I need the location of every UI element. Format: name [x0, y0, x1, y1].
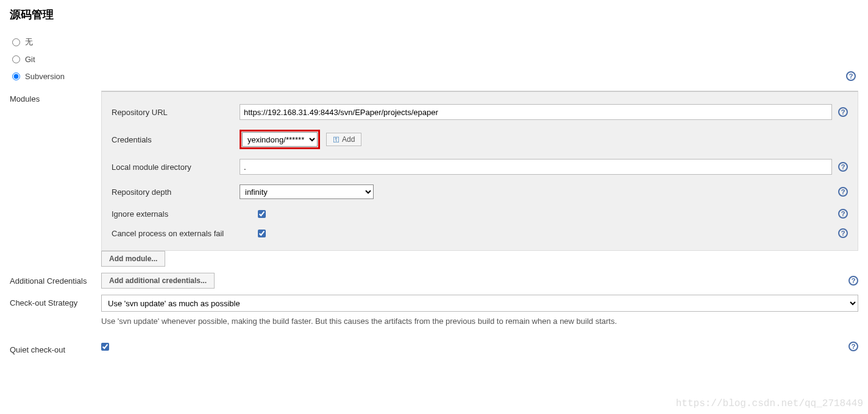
credentials-highlight: yexindong/****** — [240, 130, 320, 149]
add-module-button[interactable]: Add module... — [101, 251, 165, 267]
repository-url-input[interactable] — [240, 104, 832, 120]
scm-radio-group: 无 Git Subversion ? — [10, 33, 858, 85]
scm-label-none: 无 — [25, 37, 33, 47]
cancel-externals-fail-checkbox[interactable] — [258, 230, 266, 237]
credentials-select[interactable]: yexindong/****** — [242, 132, 318, 147]
checkout-strategy-description: Use 'svn update' whenever possible, maki… — [101, 312, 858, 335]
scm-radio-none[interactable] — [12, 38, 20, 46]
help-icon[interactable]: ? — [846, 71, 856, 81]
key-icon: ⚿ — [333, 136, 340, 143]
add-credentials-button[interactable]: ⚿ Add — [326, 133, 361, 146]
quiet-checkout-checkbox[interactable] — [101, 343, 109, 351]
scm-radio-git[interactable] — [12, 55, 20, 63]
help-icon[interactable]: ? — [838, 187, 848, 197]
help-icon[interactable]: ? — [838, 107, 848, 117]
local-module-dir-label: Local module directory — [112, 163, 240, 172]
section-title: 源码管理 — [10, 7, 858, 22]
local-module-dir-input[interactable] — [240, 159, 832, 175]
cancel-externals-fail-label: Cancel process on externals fail — [112, 229, 240, 238]
add-additional-credentials-button[interactable]: Add additional credentials... — [101, 273, 215, 289]
scm-label-git: Git — [25, 55, 35, 64]
help-icon[interactable]: ? — [848, 276, 858, 286]
modules-panel: Repository URL ? Credentials yexindong/*… — [101, 91, 858, 251]
help-icon[interactable]: ? — [838, 228, 848, 238]
help-icon[interactable]: ? — [838, 209, 848, 219]
checkout-strategy-label: Check-out Strategy — [10, 295, 101, 307]
ignore-externals-checkbox[interactable] — [258, 210, 266, 218]
modules-label: Modules — [10, 91, 101, 103]
credentials-label: Credentials — [112, 135, 240, 144]
repository-depth-label: Repository depth — [112, 188, 240, 197]
scm-radio-subversion[interactable] — [12, 72, 20, 80]
additional-credentials-label: Additional Credentials — [10, 273, 101, 286]
scm-label-subversion: Subversion — [25, 72, 65, 81]
help-icon[interactable]: ? — [848, 342, 858, 351]
repository-depth-select[interactable]: infinity — [240, 184, 374, 199]
ignore-externals-label: Ignore externals — [112, 209, 240, 219]
quiet-checkout-label: Quiet check-out — [10, 342, 101, 354]
help-icon[interactable]: ? — [838, 162, 848, 172]
repository-url-label: Repository URL — [112, 108, 240, 117]
checkout-strategy-select[interactable]: Use 'svn update' as much as possible — [101, 295, 858, 312]
